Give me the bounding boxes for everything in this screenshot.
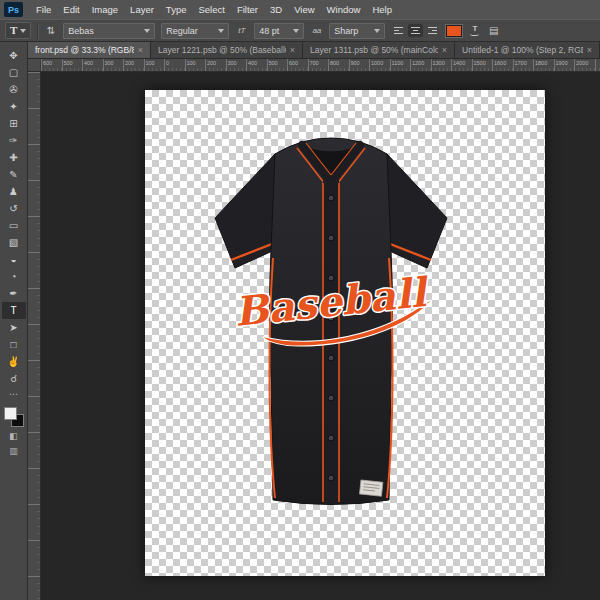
document-checkerboard[interactable]: Baseball: [145, 90, 545, 576]
ruler-label: 500: [267, 59, 288, 71]
move-tool[interactable]: ✥: [2, 47, 26, 64]
jersey-logo-text: Baseball: [232, 268, 432, 335]
document-tab[interactable]: Untitled-1 @ 100% (Step 2, RGB/... ×: [455, 42, 600, 58]
menu-item[interactable]: Filter: [231, 0, 264, 19]
hand-tool[interactable]: ✌: [2, 353, 26, 370]
zoom-tool[interactable]: ☌: [2, 370, 26, 387]
quick-mask-icon[interactable]: ◧: [2, 429, 26, 444]
marquee-tool[interactable]: ▢: [2, 64, 26, 81]
anti-alias-icon: aa: [310, 22, 323, 39]
font-family-select[interactable]: Bebas: [63, 23, 155, 39]
lasso-tool[interactable]: ✇: [2, 81, 26, 98]
close-icon[interactable]: ×: [290, 45, 295, 55]
screen-mode-icon[interactable]: ▥: [2, 444, 26, 459]
ruler-label: 700: [308, 59, 329, 71]
jersey-artwork: Baseball: [201, 130, 461, 520]
vertical-ruler[interactable]: 0100200300400500600700800900100011001200…: [28, 72, 41, 600]
edit-toolbar-icon[interactable]: ⋯: [2, 387, 26, 402]
warp-text-icon[interactable]: T: [468, 22, 481, 39]
menu-item[interactable]: Edit: [57, 0, 85, 19]
ruler-label: 1000: [369, 59, 390, 71]
path-selection-tool[interactable]: ➤: [2, 319, 26, 336]
type-tool-icon: T: [10, 23, 17, 38]
ruler-label: 200: [205, 59, 226, 71]
jersey-left-sleeve: [215, 154, 279, 268]
healing-brush-tool[interactable]: ✚: [2, 149, 26, 166]
chevron-down-icon: [293, 29, 299, 36]
clone-stamp-tool[interactable]: ♟: [2, 183, 26, 200]
tools-panel: ✥▢✇✦⊞✑✚✎♟↺▭▧◒◔✒T➤□✌☌ ⋯ ◧ ▥: [0, 42, 28, 600]
history-brush-tool[interactable]: ↺: [2, 200, 26, 217]
gradient-tool[interactable]: ▧: [2, 234, 26, 251]
ruler-label: 900: [28, 420, 41, 433]
tool-list: ✥▢✇✦⊞✑✚✎♟↺▭▧◒◔✒T➤□✌☌: [2, 47, 26, 387]
menu-item[interactable]: Type: [160, 0, 193, 19]
font-size-select[interactable]: 48 pt: [254, 23, 304, 39]
anti-alias-select[interactable]: Sharp: [329, 23, 385, 39]
menu-item[interactable]: Image: [86, 0, 124, 19]
close-icon[interactable]: ×: [138, 45, 143, 55]
eyedropper-tool[interactable]: ✑: [2, 132, 26, 149]
font-style-value: Regular: [166, 26, 214, 36]
crop-tool[interactable]: ⊞: [2, 115, 26, 132]
color-swatches: [4, 407, 24, 427]
canvas-area[interactable]: Baseball: [41, 72, 600, 600]
dodge-tool[interactable]: ◔: [2, 268, 26, 285]
tool-preset-dropdown[interactable]: T: [5, 22, 31, 39]
ruler-label: 200: [123, 59, 144, 71]
font-style-select[interactable]: Regular: [161, 23, 229, 39]
ruler-label: 1700: [513, 59, 534, 71]
ruler-label: 100: [185, 59, 206, 71]
align-center-icon[interactable]: [408, 24, 423, 37]
divider: [37, 23, 38, 39]
chevron-down-icon: [20, 29, 26, 36]
jersey-right-sleeve: [383, 154, 447, 268]
menu-item[interactable]: Layer: [124, 0, 160, 19]
ruler-label: 600: [28, 312, 41, 325]
close-icon[interactable]: ×: [587, 45, 592, 55]
ruler-label: 100: [144, 59, 165, 71]
ruler-label: 300: [103, 59, 124, 71]
menu-item[interactable]: Help: [366, 0, 398, 19]
text-align-group: [391, 24, 440, 37]
foreground-color-swatch[interactable]: [4, 407, 17, 420]
ruler-label: 800: [28, 384, 41, 397]
ruler-label: 700: [28, 348, 41, 361]
blur-tool[interactable]: ◒: [2, 251, 26, 268]
character-panel-toggle-icon[interactable]: ▤: [487, 22, 500, 39]
close-icon[interactable]: ×: [442, 45, 447, 55]
document-tab[interactable]: Layer 1221.psb @ 50% (Baseball6, RG... ×: [151, 42, 303, 58]
document-tab[interactable]: Layer 1311.psb @ 50% (mainColor, RG... ×: [303, 42, 455, 58]
pen-tool[interactable]: ✒: [2, 285, 26, 302]
menu-item[interactable]: Select: [192, 0, 230, 19]
chevron-down-icon: [374, 29, 380, 36]
ruler-label: 400: [28, 240, 41, 253]
align-right-icon[interactable]: [425, 24, 440, 37]
document-tab[interactable]: front.psd @ 33.3% (RGB/8) * ×: [28, 42, 151, 58]
tab-label: front.psd @ 33.3% (RGB/8) *: [35, 45, 134, 55]
ruler-label: 1100: [28, 492, 41, 505]
align-left-icon[interactable]: [391, 24, 406, 37]
menu-item[interactable]: File: [30, 0, 57, 19]
rectangle-tool[interactable]: □: [2, 336, 26, 353]
anti-alias-value: Sharp: [334, 26, 370, 36]
brush-tool[interactable]: ✎: [2, 166, 26, 183]
eraser-tool[interactable]: ▭: [2, 217, 26, 234]
horizontal-ruler[interactable]: 6005004003002001000100200300400500600700…: [41, 59, 600, 71]
menu-item[interactable]: 3D: [264, 0, 288, 19]
ruler-label: 1800: [533, 59, 554, 71]
ruler-label: 1000: [28, 456, 41, 469]
ruler-label: 400: [82, 59, 103, 71]
workspace: front.psd @ 33.3% (RGB/8) * × Layer 1221…: [28, 42, 600, 600]
ruler-label: 1600: [492, 59, 513, 71]
text-color-swatch[interactable]: [446, 25, 462, 37]
menu-item[interactable]: View: [288, 0, 320, 19]
quick-selection-tool[interactable]: ✦: [2, 98, 26, 115]
menu-item[interactable]: Window: [321, 0, 367, 19]
ruler-label: 800: [328, 59, 349, 71]
tab-label: Layer 1311.psb @ 50% (mainColor, RG...: [310, 45, 438, 55]
font-size-value: 48 pt: [259, 26, 289, 36]
font-family-value: Bebas: [68, 26, 140, 36]
text-orientation-icon[interactable]: ⇅: [44, 22, 57, 39]
type-tool[interactable]: T: [2, 302, 26, 319]
